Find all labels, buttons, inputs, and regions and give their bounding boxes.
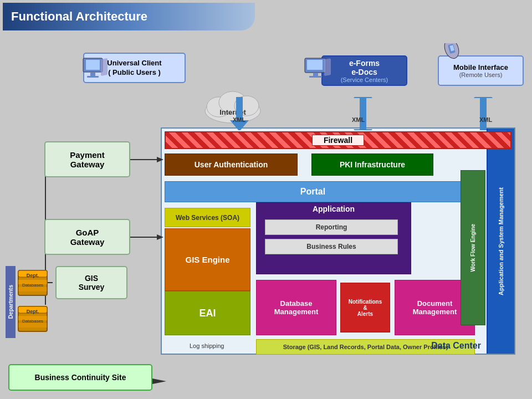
payment-gateway-box: Payment Gateway: [44, 141, 130, 177]
firewall-bar: Firewall: [165, 131, 511, 149]
eai-box: EAI: [165, 291, 250, 335]
universal-client-label: Universal Client ( Public Users ): [107, 59, 161, 78]
mobile-device-icon: [432, 43, 460, 74]
db-management-box: Database Management: [256, 280, 336, 335]
title-bar: Functional Architecture: [3, 3, 255, 30]
business-rules-box: Business Rules: [265, 239, 398, 254]
user-auth-box: User Authentication: [165, 154, 298, 176]
portal-box: Portal: [165, 181, 461, 202]
svg-rect-1: [86, 60, 100, 70]
web-services-label: Web Services (SOA): [176, 214, 239, 222]
log-shipping-label: Log shipping: [190, 342, 224, 349]
workflow-engine-bar: Work Flow Engine: [461, 170, 485, 325]
dept-db-1: Dept. Databases: [16, 268, 50, 303]
business-continuity-label: Business Continuity Site: [35, 373, 126, 382]
user-auth-label: User Authentication: [195, 160, 268, 169]
eforms-box: e-Forms e-Docs (Service Centers): [321, 55, 407, 86]
mobile-label: Mobile Interface (Remote Users): [453, 63, 508, 78]
business-rules-label: Business Rules: [306, 243, 356, 250]
db-management-label: Database Management: [274, 299, 318, 316]
gis-engine-label: GIS Engine: [185, 255, 229, 264]
arrow-up-down-mid: [354, 97, 373, 130]
xml-label-1: XML: [233, 116, 245, 123]
web-services-box: Web Services (SOA): [165, 208, 250, 227]
eforms-label: e-Forms e-Docs (Service Centers): [341, 59, 388, 83]
goap-gateway-label: GoAP Gateway: [70, 228, 105, 247]
arrow-down-1: [230, 97, 249, 130]
svg-marker-26: [157, 157, 163, 162]
svg-rect-4: [101, 58, 108, 76]
workflow-engine-label: Work Flow Engine: [470, 224, 476, 272]
arrow-up-3: [474, 97, 493, 130]
xml-label-2: XML: [352, 116, 365, 123]
notifications-label: Notifications & Alerts: [349, 299, 382, 317]
pki-label: PKI Infrastructure: [340, 160, 405, 169]
svg-rect-40: [18, 323, 47, 328]
payment-gateway-arrow: [130, 154, 163, 165]
svg-rect-7: [313, 73, 318, 76]
eforms-icon: [302, 55, 332, 83]
biz-continuity-arrow: [152, 376, 166, 387]
gis-survey-box: GIS Survey: [55, 266, 127, 299]
firewall-label: Firewall: [312, 135, 364, 146]
svg-text:Dept.: Dept.: [27, 309, 39, 314]
svg-marker-46: [152, 378, 166, 384]
svg-rect-2: [90, 73, 95, 76]
pki-box: PKI Infrastructure: [311, 154, 433, 176]
goap-arrow-right: [130, 232, 163, 243]
departments-label: Departments: [6, 266, 16, 338]
svg-rect-9: [324, 58, 331, 76]
datacenter-label: Data Center: [431, 341, 481, 351]
datacenter-box: Firewall User Authentication PKI Infrast…: [161, 127, 515, 355]
svg-text:Dept.: Dept.: [27, 273, 39, 278]
svg-marker-22: [354, 129, 372, 130]
svg-rect-3: [87, 76, 99, 78]
app-system-mgmt-bar: Application and System Management: [487, 129, 514, 354]
svg-marker-28: [157, 234, 163, 240]
gis-engine-box: GIS Engine: [165, 228, 250, 291]
doc-management-label: Document Management: [413, 299, 457, 316]
universal-client-icon: [80, 55, 108, 83]
svg-text:Databases: Databases: [22, 283, 43, 288]
payment-gateway-label: Payment Gateway: [70, 150, 105, 169]
svg-rect-8: [309, 76, 322, 78]
eai-label: EAI: [199, 308, 216, 319]
application-box: Application Reporting Business Rules: [256, 202, 411, 274]
goap-gateway-box: GoAP Gateway: [44, 219, 130, 255]
application-label: Application: [257, 203, 411, 215]
svg-rect-6: [307, 60, 323, 70]
svg-rect-34: [18, 287, 47, 291]
xml-label-3: XML: [479, 116, 492, 123]
storage-label: Storage (GIS, Land Records, Portal Data,…: [283, 344, 448, 350]
notifications-box: Notifications & Alerts: [340, 283, 390, 332]
svg-marker-21: [354, 97, 372, 98]
dept-db-2: Dept. Databases: [16, 304, 50, 339]
svg-text:Databases: Databases: [22, 319, 43, 324]
portal-label: Portal: [300, 187, 325, 197]
business-continuity-box: Business Continuity Site: [8, 364, 152, 391]
gis-survey-label: GIS Survey: [79, 274, 105, 291]
svg-marker-24: [474, 97, 493, 98]
page-title: Functional Architecture: [11, 9, 147, 24]
app-system-mgmt-label: Application and System Management: [498, 187, 504, 295]
reporting-box: Reporting: [265, 219, 398, 235]
reporting-label: Reporting: [316, 223, 347, 231]
